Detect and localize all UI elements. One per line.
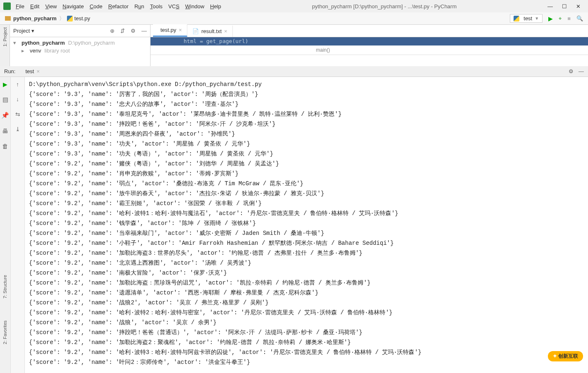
down-icon[interactable]: ↓ (16, 96, 19, 103)
print-icon[interactable]: 🖶 (2, 127, 8, 134)
run-button[interactable]: ▶ (548, 15, 553, 22)
project-header: Project ▾ ⊕ ⇵ ⚙ — (10, 25, 150, 37)
menu-help[interactable]: Help (210, 3, 221, 10)
pycharm-logo-icon (3, 2, 11, 10)
menu-view[interactable]: View (45, 3, 57, 10)
folder-icon (5, 16, 11, 21)
editor-area: test.py × 📄 result.txt × html = get_page… (151, 25, 588, 66)
tab-result-txt[interactable]: 📄 result.txt × (187, 26, 233, 37)
chevron-right-icon: 〉 (59, 15, 65, 22)
menu-file[interactable]: File (16, 3, 24, 10)
menu-vcs[interactable]: VCS (168, 3, 179, 10)
menu-tools[interactable]: Tools (150, 3, 163, 10)
editor-selection[interactable]: html = get_page(url) (151, 37, 588, 45)
tab-label: test.py (160, 27, 176, 33)
run-config-name: test (523, 15, 532, 22)
menu-navigate[interactable]: Navigate (62, 3, 84, 10)
project-tool-window: Project ▾ ⊕ ⇵ ⚙ — ▾ python_pycharm D:\py… (10, 25, 151, 66)
up-icon[interactable]: ↑ (16, 81, 19, 88)
menu-refactor[interactable]: Refactor (108, 3, 129, 10)
run-tab[interactable]: test × (19, 67, 43, 75)
tab-label: result.txt (201, 28, 222, 34)
tree-root[interactable]: ▾ python_pycharm D:\python_pycharm (13, 39, 147, 47)
stop-button[interactable]: ■ (567, 15, 571, 22)
close-icon[interactable]: × (224, 28, 227, 34)
python-file-icon (67, 16, 73, 22)
breadcrumb-file[interactable]: test.py (74, 15, 90, 22)
hide-icon[interactable]: — (578, 68, 584, 74)
console-output[interactable]: D:\python_pycharm\venv\Scripts\python.ex… (25, 77, 588, 373)
close-icon[interactable]: × (179, 27, 182, 33)
sidebar-item-favorites[interactable]: 2: Favorites (2, 320, 7, 344)
tree-venv-label: venv (30, 48, 41, 54)
run-label: Run: (4, 68, 15, 74)
hide-icon[interactable]: — (141, 28, 147, 34)
watermark-badge: ✦ 创新互联 (548, 351, 583, 361)
scroll-icon[interactable]: ⤓ (15, 126, 20, 132)
chevron-down-icon: ▼ (535, 16, 539, 21)
minimize-icon[interactable]: — (547, 3, 553, 10)
pin-icon[interactable]: 📌 (1, 112, 9, 119)
editor-tabs: test.py × 📄 result.txt × (151, 25, 588, 37)
maximize-icon[interactable]: ☐ (562, 3, 567, 10)
run-config-selector[interactable]: test ▼ (510, 14, 543, 23)
tree-root-label: python_pycharm (22, 40, 65, 46)
project-tree[interactable]: ▾ python_pycharm D:\python_pycharm ▸ ven… (10, 37, 150, 56)
menu-edit[interactable]: Edit (30, 3, 39, 10)
menu-run[interactable]: Run (134, 3, 144, 10)
close-icon[interactable]: ✕ (576, 3, 581, 10)
code-breadcrumb[interactable]: main() (151, 45, 588, 55)
tree-venv-hint: library root (44, 48, 69, 54)
left-sidebar-bottom: 7: Structure (0, 275, 10, 299)
search-icon[interactable]: 🔍 (576, 15, 583, 22)
menubar: File Edit View Navigate Code Refactor Ru… (16, 3, 221, 10)
sidebar-item-structure[interactable]: 7: Structure (2, 275, 7, 299)
left-sidebar-bottom2: 2: Favorites (0, 320, 10, 344)
debug-button[interactable]: ⌖ (559, 15, 562, 22)
python-file-icon (514, 16, 519, 22)
menu-code[interactable]: Code (90, 3, 103, 10)
collapse-icon[interactable]: ⇵ (120, 28, 125, 34)
run-tool-header: Run: test × ⚙ — (0, 66, 588, 77)
window-title: python_pycharm [D:\python_pycharm] - ...… (221, 3, 547, 10)
project-view-select[interactable]: Project ▾ (13, 28, 34, 34)
menu-window[interactable]: Window (185, 3, 204, 10)
tree-venv[interactable]: ▸ venv library root (13, 47, 147, 55)
gear-icon[interactable]: ⚙ (131, 28, 136, 34)
console-actions-gutter: ↑ ↓ ⇆ ⤓ (11, 77, 25, 373)
left-sidebar: 1: Project (0, 25, 10, 66)
gear-icon[interactable]: ⚙ (569, 68, 574, 74)
run-tab-label: test (25, 68, 34, 74)
titlebar: File Edit View Navigate Code Refactor Ru… (0, 0, 588, 12)
close-icon[interactable]: × (36, 68, 40, 74)
wrap-icon[interactable]: ⇆ (15, 111, 20, 117)
layout-icon[interactable]: ▤ (2, 96, 8, 103)
navigation-bar: python_pycharm 〉 test.py test ▼ ▶ ⌖ ■ 🔍 (0, 12, 588, 25)
run-tool-body: ▶ ▤ 📌 🖶 🗑 ↑ ↓ ⇆ ⤓ D:\python_pycharm\venv… (0, 77, 588, 373)
breadcrumb-root[interactable]: python_pycharm (13, 15, 57, 22)
locate-icon[interactable]: ⊕ (110, 28, 115, 34)
text-file-icon: 📄 (192, 28, 199, 34)
window-controls: — ☐ ✕ (547, 3, 588, 10)
tab-test-py[interactable]: test.py × (153, 24, 187, 37)
trash-icon[interactable]: 🗑 (2, 143, 8, 150)
rerun-button[interactable]: ▶ (3, 81, 7, 88)
tree-root-path: D:\python_pycharm (68, 40, 115, 46)
sidebar-item-project[interactable]: 1: Project (2, 27, 7, 46)
